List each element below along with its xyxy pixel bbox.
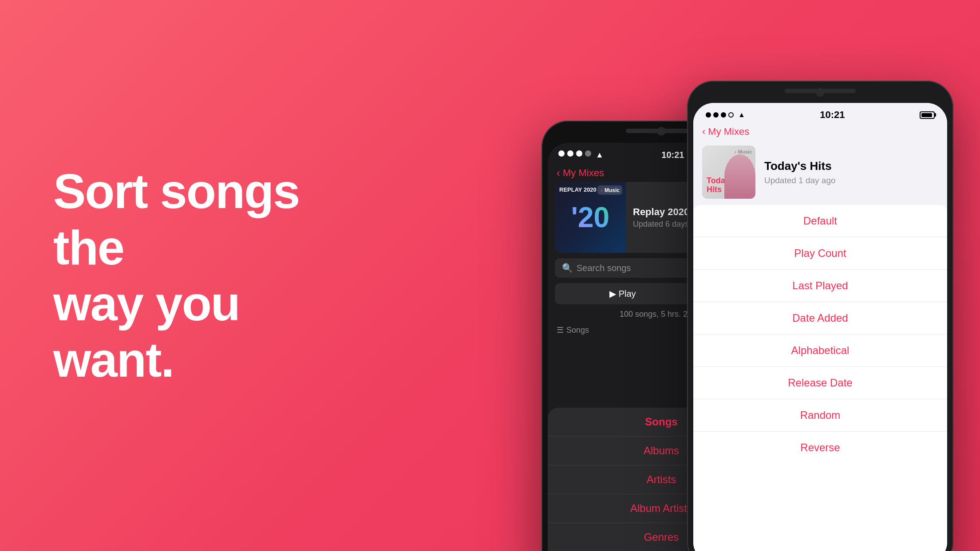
sort-item-release-date[interactable]: Release Date	[693, 367, 947, 399]
playlist-updated: Updated 1 day ago	[764, 176, 938, 185]
front-signal-dots: ▲	[706, 111, 745, 119]
sort-item-default[interactable]: Default	[693, 205, 947, 237]
front-phone-notch	[785, 89, 856, 93]
front-phone-screen: ▲ 10:21 ‹ My Mixes	[693, 103, 947, 551]
signal-dot-2	[567, 150, 573, 157]
front-wifi-icon: ▲	[738, 111, 745, 119]
hero-title-line1: Sort songs the	[53, 164, 300, 275]
sort-item-alphabetical[interactable]: Alphabetical	[693, 335, 947, 367]
play-button[interactable]: ▶ Play	[555, 283, 690, 304]
front-battery-icon	[920, 111, 935, 119]
search-icon: 🔍	[562, 263, 573, 273]
signal-dot-3	[576, 150, 582, 157]
replay-label: REPLAY 2020	[559, 186, 597, 193]
playlist-meta: Today's Hits Updated 1 day ago	[764, 159, 938, 185]
phones-container: ▲ 10:21 ‹ My Mixes REPLAY	[266, 0, 980, 551]
songs-folder-icon: ☰	[557, 325, 564, 335]
battery-fill	[921, 113, 932, 117]
front-status-time: 10:21	[820, 109, 845, 121]
signal-dot-f2	[713, 112, 719, 118]
front-nav-label: My Mixes	[708, 126, 749, 138]
back-signal-icons: ▲	[558, 150, 604, 160]
person-silhouette	[724, 154, 755, 199]
signal-dot-f1	[706, 112, 711, 118]
signal-dot-f4	[728, 112, 734, 118]
back-album-art: REPLAY 2020 '20 ♪ Music	[555, 182, 626, 253]
front-nav[interactable]: ‹ My Mixes	[693, 124, 947, 141]
sort-item-date-added[interactable]: Date Added	[693, 302, 947, 335]
front-status-right	[920, 111, 935, 119]
playlist-name: Today's Hits	[764, 159, 938, 173]
back-nav-arrow-icon: ‹	[557, 167, 560, 179]
playlist-art-inner: ♪ Music Today's Hits	[702, 146, 755, 199]
front-status-bar: ▲ 10:21	[693, 103, 947, 124]
play-label: Play	[619, 289, 636, 299]
replay-year: '20	[571, 203, 609, 232]
sort-menu: Default Play Count Last Played Date Adde…	[693, 205, 947, 551]
sort-item-reverse[interactable]: Reverse	[693, 432, 947, 464]
apple-music-badge: ♪ Music	[597, 185, 622, 195]
back-status-time: 10:21	[661, 150, 684, 160]
sort-item-random[interactable]: Random	[693, 399, 947, 432]
back-nav-label: My Mixes	[563, 167, 604, 179]
signal-dot-1	[558, 150, 565, 157]
playlist-header: ♪ Music Today's Hits Today's Hits Update…	[693, 141, 947, 205]
front-phone: ▲ 10:21 ‹ My Mixes	[687, 81, 953, 551]
battery-tip	[935, 113, 936, 117]
sort-item-last-played[interactable]: Last Played	[693, 270, 947, 302]
sort-item-play-count[interactable]: Play Count	[693, 237, 947, 270]
hero-title-line2: way you want.	[53, 276, 240, 387]
front-nav-arrow-icon: ‹	[702, 126, 705, 138]
wifi-icon: ▲	[596, 150, 604, 160]
apple-music-small-badge: ♪ Music	[734, 149, 752, 154]
play-icon: ▶	[609, 288, 616, 299]
back-search-placeholder: Search songs	[577, 263, 631, 273]
back-phone-notch	[626, 129, 697, 133]
playlist-art: ♪ Music Today's Hits	[702, 146, 755, 199]
songs-section-label: Songs	[566, 326, 589, 335]
signal-dot-f3	[721, 112, 726, 118]
signal-dot-4	[585, 150, 591, 157]
